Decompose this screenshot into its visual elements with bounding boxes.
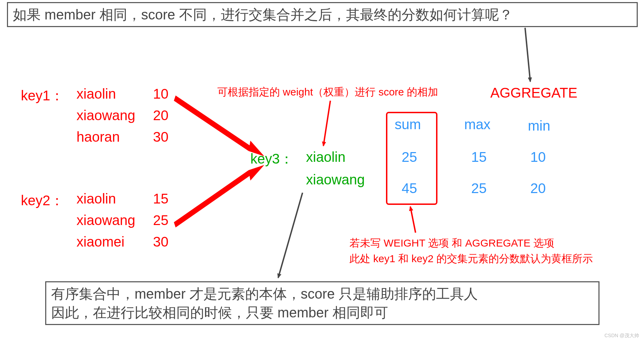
diagram-canvas: { "top_box": "如果 member 相同，score 不同，进行交集…	[0, 0, 644, 341]
arrow-key3-to-bottom	[278, 193, 303, 278]
sum-highlight-box	[386, 112, 437, 205]
key1-r0-member: xiaolin	[77, 86, 116, 102]
key2-label: key2：	[21, 191, 64, 210]
key1-r2-score: 30	[153, 129, 169, 145]
question-box: 如果 member 相同，score 不同，进行交集合并之后，其最终的分数如何计…	[7, 2, 638, 27]
default-note-l1: 若未写 WEIGHT 选项 和 AGGREGATE 选项	[349, 236, 554, 250]
key2-r2-member: xiaomei	[77, 234, 124, 250]
key2-r0-score: 15	[153, 191, 169, 207]
weight-note: 可根据指定的 weight（权重）进行 score 的相加	[217, 85, 438, 99]
bottom-l2: 因此，在进行比较相同的时候，只要 member 相同即可	[51, 303, 594, 322]
key2-r0-member: xiaolin	[77, 191, 116, 207]
key1-r2-member: haoran	[77, 129, 120, 145]
key2-r2-score: 30	[153, 234, 169, 250]
arrow-key1-to-key3	[174, 95, 250, 151]
col-max: max	[464, 117, 491, 132]
key1-r0-score: 10	[153, 86, 169, 102]
key1-r1-score: 20	[153, 108, 169, 123]
col-min: min	[528, 118, 550, 134]
v-1-1: 25	[471, 181, 487, 196]
key1-r1-member: xiaowang	[77, 108, 135, 123]
key3-r1: xiaowang	[306, 172, 365, 188]
v-0-1: 15	[471, 149, 487, 165]
watermark: CSDN @茂大帅	[604, 333, 639, 339]
key2-r1-member: xiaowang	[77, 213, 135, 228]
key3-r0: xiaolin	[306, 149, 345, 165]
key2-r1-score: 25	[153, 213, 169, 228]
bottom-l1: 有序集合中，member 才是元素的本体，score 只是辅助排序的工具人	[51, 284, 594, 303]
arrow-key2-to-key3	[174, 170, 250, 227]
v-0-2: 10	[530, 149, 546, 165]
arrow-top-to-aggregate	[525, 28, 530, 82]
default-note-l2: 此处 key1 和 key2 的交集元素的分数默认为黄框所示	[349, 252, 593, 266]
arrow-note-to-sum	[410, 207, 416, 233]
bottom-box: 有序集合中，member 才是元素的本体，score 只是辅助排序的工具人 因此…	[45, 281, 599, 325]
key1-label: key1：	[21, 86, 64, 105]
question-text: 如果 member 相同，score 不同，进行交集合并之后，其最终的分数如何计…	[13, 7, 513, 22]
arrow-weight-to-key3	[323, 101, 330, 146]
v-1-2: 20	[530, 181, 546, 196]
key3-label: key3：	[250, 149, 294, 168]
aggregate-label: AGGREGATE	[490, 85, 577, 101]
